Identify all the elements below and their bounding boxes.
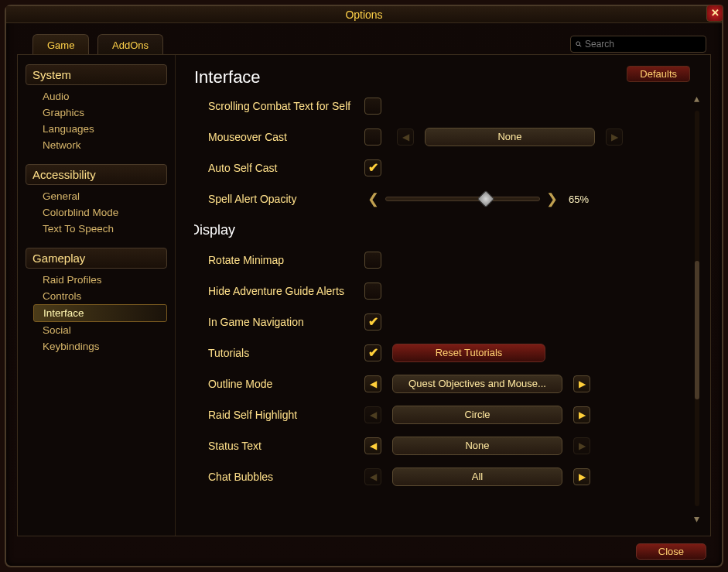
slider-dec-icon[interactable]: ❮	[364, 190, 382, 207]
arrow-right-outline[interactable]: ▶	[573, 375, 590, 392]
dropdown-outline-mode[interactable]: Quest Objectives and Mouse...	[392, 375, 562, 393]
checkbox-tutorials[interactable]	[364, 344, 381, 361]
checkbox-in-game-nav[interactable]	[364, 313, 381, 331]
tab-addons[interactable]: AddOns	[97, 34, 163, 56]
arrow-right-status-text[interactable]: ▶	[573, 437, 590, 454]
slider-thumb[interactable]	[477, 190, 494, 208]
arrow-left-outline[interactable]: ◀	[364, 375, 381, 392]
arrow-left-chat-bubbles[interactable]: ◀	[364, 468, 381, 485]
sidebar-item-colorblind[interactable]: Colorblind Mode	[38, 204, 167, 221]
search-input[interactable]	[585, 39, 701, 50]
row-tutorials: Tutorials Reset Tutorials	[194, 337, 684, 368]
label-outline-mode: Outline Mode	[194, 378, 364, 390]
search-field[interactable]	[570, 36, 706, 53]
slider-spell-alert-opacity[interactable]: ❮ ❯ 65%	[364, 190, 589, 207]
slider-value: 65%	[569, 194, 589, 205]
search-icon	[576, 39, 582, 49]
tab-game[interactable]: Game	[32, 34, 89, 56]
sidebar-item-network[interactable]: Network	[38, 137, 167, 153]
arrow-right-raid-highlight[interactable]: ▶	[573, 406, 590, 423]
row-status-text: Status Text ◀ None ▶	[194, 430, 684, 461]
sidebar-item-keybindings[interactable]: Keybindings	[38, 338, 167, 355]
dropdown-status-text[interactable]: None	[392, 437, 562, 455]
sidebar-item-general[interactable]: General	[38, 188, 167, 204]
sidebar-item-interface[interactable]: Interface	[33, 304, 167, 322]
checkbox-mouseover-cast[interactable]	[364, 128, 381, 146]
sidebar-item-graphics[interactable]: Graphics	[38, 104, 167, 121]
row-rotate-minimap: Rotate Minimap	[194, 245, 684, 276]
row-outline-mode: Outline Mode ◀ Quest Objectives and Mous…	[194, 368, 684, 399]
sidebar-item-languages[interactable]: Languages	[38, 121, 167, 137]
arrow-left-raid-highlight[interactable]: ◀	[364, 406, 381, 423]
row-raid-self-highlight: Raid Self Highlight ◀ Circle ▶	[194, 399, 684, 430]
sidebar-item-controls[interactable]: Controls	[38, 288, 167, 304]
arrow-left-mouseover[interactable]: ◀	[397, 128, 414, 146]
cat-system[interactable]: System	[26, 64, 167, 85]
arrow-left-status-text[interactable]: ◀	[364, 437, 381, 454]
label-mouseover-cast: Mouseover Cast	[194, 131, 364, 143]
defaults-button[interactable]: Defaults	[627, 66, 690, 82]
row-mouseover-cast: Mouseover Cast ◀ None ▶	[194, 122, 684, 152]
body: System Audio Graphics Languages Network …	[17, 54, 711, 536]
dropdown-mouseover-cast[interactable]: None	[425, 128, 595, 146]
titlebar: Options ✕	[6, 6, 722, 23]
label-auto-self-cast: Auto Self Cast	[194, 162, 364, 174]
section-display: Display	[194, 222, 684, 238]
sidebar-item-audio[interactable]: Audio	[38, 88, 167, 104]
row-chat-bubbles: Chat Bubbles ◀ All ▶	[194, 461, 684, 492]
arrow-right-mouseover[interactable]: ▶	[606, 128, 623, 146]
row-hide-adv-guide: Hide Adventure Guide Alerts	[194, 276, 684, 307]
options-window: Options ✕ Game AddOns System Audio Graph…	[5, 5, 723, 567]
slider-track[interactable]	[385, 197, 540, 201]
settings-scroll[interactable]: Scrolling Combat Text for Self Mouseover…	[194, 91, 684, 528]
cat-accessibility[interactable]: Accessibility	[26, 164, 167, 185]
dropdown-raid-highlight[interactable]: Circle	[392, 406, 562, 424]
checkbox-rotate-minimap[interactable]	[364, 252, 381, 269]
reset-tutorials-button[interactable]: Reset Tutorials	[392, 344, 545, 362]
scroll-down-icon[interactable]: ▾	[690, 512, 702, 525]
close-button[interactable]: Close	[636, 543, 706, 560]
scrollbar[interactable]	[695, 111, 699, 506]
row-in-game-nav: In Game Navigation	[194, 307, 684, 337]
label-hide-adv-guide: Hide Adventure Guide Alerts	[194, 285, 364, 297]
main-pane: Interface Defaults Scrolling Combat Text…	[176, 55, 710, 536]
label-tutorials: Tutorials	[194, 347, 364, 359]
checkbox-scrolling-combat[interactable]	[364, 98, 381, 115]
label-status-text: Status Text	[194, 440, 364, 452]
sidebar-item-social[interactable]: Social	[38, 322, 167, 338]
label-chat-bubbles: Chat Bubbles	[194, 471, 364, 483]
page-title: Interface	[194, 67, 687, 87]
label-in-game-nav: In Game Navigation	[194, 316, 364, 328]
scrollbar-thumb[interactable]	[695, 261, 699, 399]
sidebar-item-raid-profiles[interactable]: Raid Profiles	[38, 272, 167, 288]
sidebar-item-tts[interactable]: Text To Speech	[38, 221, 167, 237]
label-spell-alert-opacity: Spell Alert Opacity	[194, 193, 364, 205]
row-auto-self-cast: Auto Self Cast	[194, 152, 684, 183]
label-rotate-minimap: Rotate Minimap	[194, 254, 364, 266]
checkbox-auto-self-cast[interactable]	[364, 159, 381, 176]
sidebar: System Audio Graphics Languages Network …	[18, 55, 176, 536]
label-raid-self-highlight: Raid Self Highlight	[194, 409, 364, 421]
scroll-up-icon[interactable]: ▴	[690, 92, 702, 104]
arrow-right-chat-bubbles[interactable]: ▶	[573, 468, 590, 485]
close-icon[interactable]: ✕	[706, 5, 723, 22]
row-scrolling-combat: Scrolling Combat Text for Self	[194, 91, 684, 122]
label-scrolling-combat: Scrolling Combat Text for Self	[194, 100, 364, 112]
window-title: Options	[345, 9, 382, 21]
dropdown-chat-bubbles[interactable]: All	[392, 468, 562, 486]
cat-gameplay[interactable]: Gameplay	[26, 248, 167, 269]
checkbox-hide-adv-guide[interactable]	[364, 283, 381, 300]
slider-inc-icon[interactable]: ❯	[543, 190, 561, 207]
row-spell-alert-opacity: Spell Alert Opacity ❮ ❯ 65%	[194, 183, 684, 214]
